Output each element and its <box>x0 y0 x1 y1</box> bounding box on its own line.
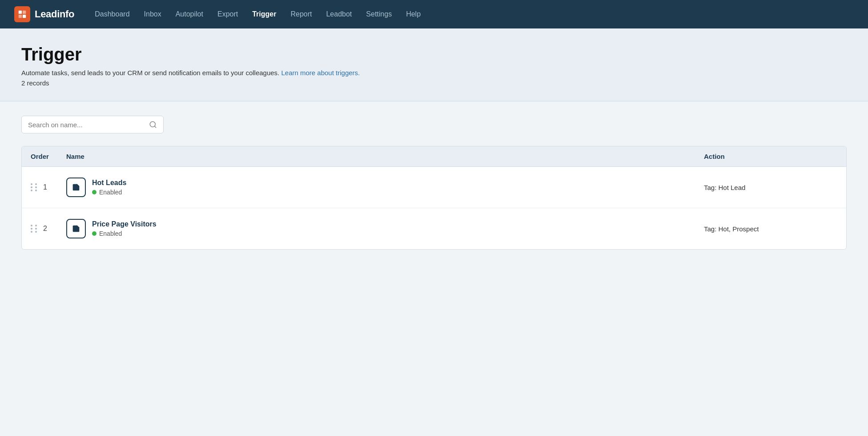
action-cell-2: Tag: Hot, Prospect <box>704 225 837 233</box>
page-title: Trigger <box>21 44 847 65</box>
svg-rect-3 <box>23 15 26 18</box>
svg-rect-1 <box>23 11 26 14</box>
header-action: Action <box>704 153 837 160</box>
order-number-2: 2 <box>43 225 47 233</box>
logo-text: Leadinfo <box>35 8 74 20</box>
search-input[interactable] <box>28 121 145 129</box>
table-row[interactable]: 2 Price Page Visitors Enabled Ta <box>22 208 846 249</box>
nav-autopilot[interactable]: Autopilot <box>169 7 209 22</box>
nav-links: Dashboard Inbox Autopilot Export Trigger… <box>88 7 427 22</box>
trigger-icon-1 <box>66 178 86 197</box>
order-cell-2: 2 <box>31 225 66 233</box>
status-label-1: Enabled <box>99 189 122 196</box>
svg-rect-2 <box>19 15 22 18</box>
header-order: Order <box>31 153 66 160</box>
search-icon <box>149 121 157 129</box>
order-number-1: 1 <box>43 183 47 191</box>
status-wrap-1: Enabled <box>92 189 126 196</box>
status-wrap-2: Enabled <box>92 230 157 237</box>
svg-rect-0 <box>19 11 22 14</box>
search-wrap <box>21 116 847 133</box>
nav-settings[interactable]: Settings <box>360 7 398 22</box>
name-cell-1: Hot Leads Enabled <box>66 178 704 197</box>
status-dot-1 <box>92 190 96 194</box>
page-header: Trigger Automate tasks, send leads to yo… <box>0 28 868 101</box>
nav-export[interactable]: Export <box>211 7 244 22</box>
logo[interactable]: Leadinfo <box>14 6 74 22</box>
learn-more-link[interactable]: Learn more about triggers. <box>281 69 360 77</box>
trigger-name-1: Hot Leads <box>92 179 126 187</box>
name-info-1: Hot Leads Enabled <box>92 179 126 196</box>
trigger-name-2: Price Page Visitors <box>92 220 157 228</box>
nav-report[interactable]: Report <box>284 7 318 22</box>
logo-icon <box>14 6 30 22</box>
table-row[interactable]: 1 Hot Leads Enabled Tag: Hot Lea <box>22 167 846 208</box>
status-label-2: Enabled <box>99 230 122 237</box>
name-cell-2: Price Page Visitors Enabled <box>66 219 704 238</box>
nav-inbox[interactable]: Inbox <box>138 7 168 22</box>
main-content: Order Name Action 1 <box>0 101 868 264</box>
drag-handle-1[interactable] <box>31 183 38 191</box>
nav-dashboard[interactable]: Dashboard <box>88 7 136 22</box>
records-count: 2 records <box>21 79 847 87</box>
name-info-2: Price Page Visitors Enabled <box>92 220 157 237</box>
status-dot-2 <box>92 231 96 236</box>
table-header: Order Name Action <box>22 146 846 167</box>
svg-line-5 <box>154 126 156 127</box>
nav-help[interactable]: Help <box>400 7 427 22</box>
nav-leadbot[interactable]: Leadbot <box>320 7 358 22</box>
order-cell-1: 1 <box>31 183 66 191</box>
drag-handle-2[interactable] <box>31 225 38 233</box>
search-box <box>21 116 164 133</box>
trigger-icon-2 <box>66 219 86 238</box>
navbar: Leadinfo Dashboard Inbox Autopilot Expor… <box>0 0 868 28</box>
nav-trigger[interactable]: Trigger <box>246 7 282 22</box>
page-description: Automate tasks, send leads to your CRM o… <box>21 69 847 77</box>
trigger-table: Order Name Action 1 <box>21 146 847 250</box>
action-cell-1: Tag: Hot Lead <box>704 184 837 191</box>
header-name: Name <box>66 153 704 160</box>
